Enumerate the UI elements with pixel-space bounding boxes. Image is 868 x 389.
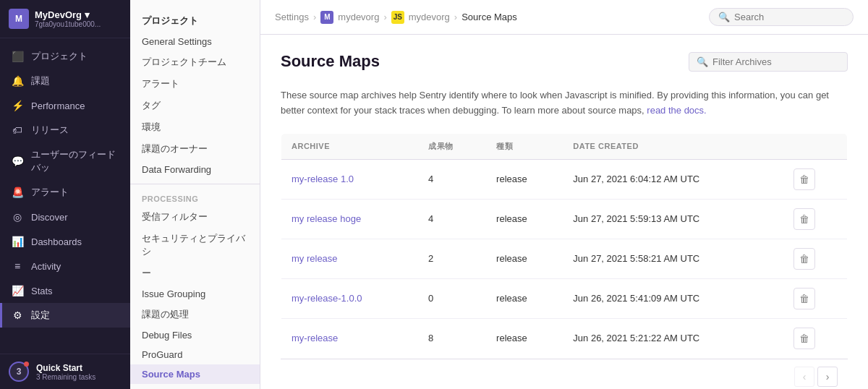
feedback-icon: 💬: [11, 155, 24, 168]
delete-button[interactable]: 🗑: [793, 168, 815, 190]
page-description: These source map archives help Sentry id…: [281, 88, 845, 119]
nav-inbound-filters[interactable]: 受信フィルター: [130, 206, 260, 228]
notification-dot: [24, 362, 29, 367]
table-row: my release hoge 4 release Jun 27, 2021 5…: [281, 199, 848, 239]
nav-alerts[interactable]: アラート: [130, 73, 260, 95]
cell-artifacts: 4: [418, 199, 486, 239]
sidebar-item-performance[interactable]: ⚡ Performance: [0, 93, 130, 118]
sidebar-item-stats[interactable]: 📈 Stats: [0, 278, 130, 303]
sidebar-item-dashboards[interactable]: 📊 Dashboards: [0, 229, 130, 254]
archive-link[interactable]: my-release 1.0: [292, 174, 354, 184]
quick-start-sub: 3 Remaining tasks: [36, 373, 95, 381]
alerts-icon: 🚨: [11, 186, 24, 199]
cell-type: release: [486, 278, 563, 318]
sidebar-item-settings[interactable]: ⚙ 設定: [0, 303, 130, 328]
page-body: Source Maps 🔍 These source map archives …: [260, 35, 868, 389]
breadcrumb-js-icon: JS: [391, 11, 404, 24]
prev-page-button[interactable]: ‹: [794, 367, 814, 387]
archive-link[interactable]: my-release-1.0.0: [292, 293, 362, 304]
archive-link[interactable]: my release hoge: [292, 213, 361, 224]
sidebar-item-label: 課題: [31, 74, 50, 87]
nav-tags[interactable]: タグ: [130, 95, 260, 116]
cell-actions: 🗑: [783, 199, 847, 239]
quick-start[interactable]: 3 Quick Start 3 Remaining tasks: [0, 354, 130, 389]
sidebar-item-label: Stats: [31, 286, 53, 296]
archive-link[interactable]: my release: [292, 253, 338, 264]
delete-button[interactable]: 🗑: [793, 248, 815, 270]
table-row: my-release 8 release Jun 26, 2021 5:21:2…: [281, 318, 848, 358]
nav-data-forwarding[interactable]: Data Forwarding: [130, 160, 260, 179]
sidebar-nav: ⬛ プロジェクト 🔔 課題 ⚡ Performance 🏷 リリース 💬 ユーザ…: [0, 38, 130, 354]
nav-separator-item[interactable]: ー: [130, 262, 260, 284]
cell-type: release: [486, 318, 563, 358]
sidebar-item-feedback[interactable]: 💬 ユーザーのフィードバッ: [0, 142, 130, 180]
nav-proguard[interactable]: ProGuard: [130, 345, 260, 364]
stats-icon: 📈: [11, 284, 24, 297]
cell-archive: my-release-1.0.0: [281, 278, 419, 318]
col-type: 種類: [486, 133, 563, 159]
sidebar-item-activity[interactable]: ≡ Activity: [0, 254, 130, 278]
breadcrumb-mydevorg-2: mydevorg: [409, 12, 450, 22]
sidebar-item-alerts[interactable]: 🚨 アラート: [0, 180, 130, 205]
table-row: my release 2 release Jun 27, 2021 5:58:2…: [281, 239, 848, 278]
global-search-box[interactable]: 🔍: [709, 8, 854, 26]
org-name: MyDevOrg: [35, 9, 82, 20]
cell-actions: 🗑: [783, 278, 847, 318]
col-artifacts: 成果物: [418, 133, 486, 159]
breadcrumb-source-maps: Source Maps: [461, 12, 517, 22]
nav-environments[interactable]: 環境: [130, 116, 260, 138]
cell-actions: 🗑: [783, 318, 847, 358]
avatar: M: [9, 9, 29, 29]
nav-issue-owners[interactable]: 課題のオーナー: [130, 138, 260, 160]
org-switcher[interactable]: M MyDevOrg ▾ 7gta0you1tube000...: [0, 0, 130, 38]
divider: [130, 184, 260, 184]
main-content: Settings › M mydevorg › JS mydevorg › So…: [260, 0, 868, 389]
pagination: ‹ ›: [281, 359, 848, 389]
nav-project-team[interactable]: プロジェクトチーム: [130, 51, 260, 73]
discover-icon: ◎: [11, 210, 24, 223]
sidebar-item-label: プロジェクト: [31, 50, 88, 63]
sidebar-item-projects[interactable]: ⬛ プロジェクト: [0, 44, 130, 69]
search-icon: 🔍: [718, 12, 730, 22]
table-header-row: ARCHIVE 成果物 種類 DATE CREATED: [281, 133, 848, 159]
nav-source-maps[interactable]: Source Maps: [130, 364, 260, 384]
breadcrumb-m-icon: M: [320, 11, 333, 24]
read-the-docs-link[interactable]: read the docs.: [647, 105, 706, 116]
page-title: Source Maps: [281, 52, 380, 71]
issues-icon: 🔔: [11, 74, 24, 87]
cell-archive: my-release: [281, 318, 419, 358]
cell-date-created: Jun 26, 2021 5:41:09 AM UTC: [563, 278, 783, 318]
filter-archives-input[interactable]: [712, 56, 840, 67]
sidebar-item-label: ユーザーのフィードバッ: [31, 148, 122, 174]
sidebar-item-releases[interactable]: 🏷 リリース: [0, 118, 130, 142]
filter-archives-box[interactable]: 🔍: [689, 52, 848, 72]
cell-archive: my release hoge: [281, 199, 419, 239]
cell-artifacts: 4: [418, 159, 486, 199]
sidebar-item-label: Performance: [31, 101, 85, 111]
archive-link[interactable]: my-release: [292, 333, 338, 343]
breadcrumb-sep-1: ›: [313, 12, 316, 22]
cell-type: release: [486, 199, 563, 239]
next-page-button[interactable]: ›: [817, 367, 838, 387]
nav-issue-grouping[interactable]: Issue Grouping: [130, 284, 260, 304]
cell-artifacts: 2: [418, 239, 486, 278]
nav-general-settings[interactable]: General Settings: [130, 32, 260, 51]
cell-archive: my release: [281, 239, 419, 278]
sidebar-item-discover[interactable]: ◎ Discover: [0, 205, 130, 229]
nav-debug-files[interactable]: Debug Files: [130, 325, 260, 345]
delete-button[interactable]: 🗑: [793, 328, 815, 349]
sidebar-item-label: リリース: [31, 124, 69, 137]
delete-button[interactable]: 🗑: [793, 208, 815, 230]
sidebar-item-label: 設定: [31, 309, 50, 322]
filter-search-icon: 🔍: [697, 56, 708, 67]
cell-type: release: [486, 159, 563, 199]
quick-start-circle: 3: [9, 362, 29, 382]
col-archive: ARCHIVE: [281, 133, 419, 159]
delete-button[interactable]: 🗑: [793, 288, 815, 309]
breadcrumb-settings: Settings: [275, 12, 309, 22]
sidebar-item-issues[interactable]: 🔔 課題: [0, 69, 130, 93]
search-input[interactable]: [734, 12, 844, 22]
nav-security[interactable]: セキュリティとプライバシ: [130, 228, 260, 262]
col-actions: [783, 133, 847, 159]
nav-issue-processing[interactable]: 課題の処理: [130, 304, 260, 325]
